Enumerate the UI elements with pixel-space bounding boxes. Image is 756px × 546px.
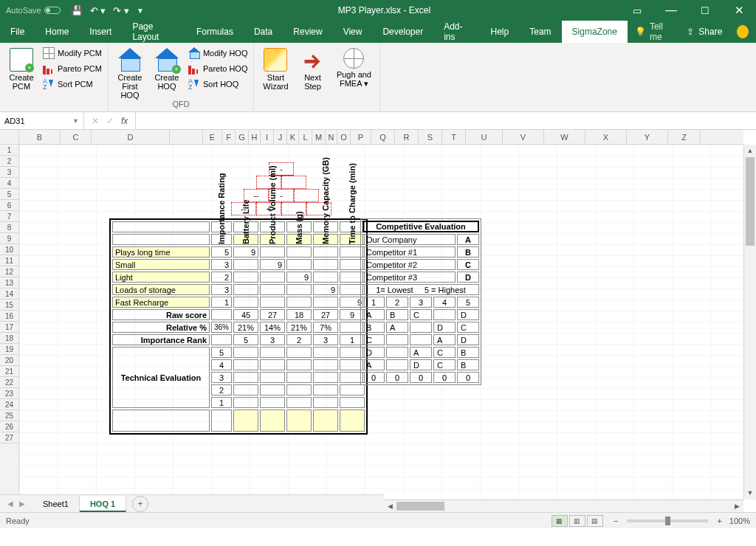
column-header[interactable]: U	[466, 130, 503, 144]
zoom-out-icon[interactable]: −	[611, 516, 621, 525]
tab-help[interactable]: Help	[481, 21, 520, 43]
row-header[interactable]: 11	[0, 255, 18, 266]
column-header[interactable]: W	[544, 130, 585, 144]
pareto-pcm-button[interactable]: Pareto PCM	[41, 61, 103, 76]
page-layout-view-icon[interactable]: ▥	[569, 515, 585, 527]
row-header[interactable]: 27	[0, 432, 18, 443]
enter-formula-icon[interactable]: ✓	[106, 116, 114, 126]
minimize-icon[interactable]: —	[654, 0, 688, 21]
column-header[interactable]: P	[351, 130, 371, 144]
redo-icon[interactable]: ↷ ▾	[113, 5, 129, 16]
spreadsheet-grid[interactable]: BCDEFGHIJKLMNOPQRSTUVWXYZ 12345678910111…	[0, 130, 756, 512]
scroll-left-icon[interactable]: ◀	[384, 500, 396, 512]
formula-input[interactable]	[136, 112, 756, 129]
tab-file[interactable]: File	[0, 21, 35, 43]
column-header[interactable]: M	[312, 130, 326, 144]
row-header[interactable]: 13	[0, 277, 18, 288]
modify-hoq-button[interactable]: Modify HOQ	[187, 46, 250, 61]
column-header[interactable]: L	[299, 130, 312, 144]
fx-icon[interactable]: fx	[121, 116, 128, 126]
sheet-tab-hoq1[interactable]: HOQ 1	[80, 496, 126, 512]
scroll-down-icon[interactable]: ▼	[744, 487, 756, 500]
sheet-nav[interactable]: ◀▶	[0, 500, 32, 508]
create-hoq-button[interactable]: + Create HOQ	[150, 46, 184, 100]
maximize-icon[interactable]: ☐	[688, 0, 722, 21]
page-break-view-icon[interactable]: ▤	[587, 515, 603, 527]
horizontal-scrollbar[interactable]: ◀ ▶	[384, 500, 743, 512]
share-button[interactable]: ⇪ Share	[679, 21, 729, 43]
column-header[interactable]: O	[337, 130, 351, 144]
row-header[interactable]: 17	[0, 322, 18, 333]
row-header[interactable]: 16	[0, 311, 18, 322]
column-header[interactable]: C	[61, 130, 92, 144]
row-header[interactable]: 25	[0, 410, 18, 421]
feedback-icon[interactable]	[737, 25, 749, 38]
row-header[interactable]: 21	[0, 366, 18, 377]
row-header[interactable]: 7	[0, 211, 18, 222]
row-header[interactable]: 15	[0, 300, 18, 311]
tab-insert[interactable]: Insert	[79, 21, 122, 43]
row-header[interactable]: 5	[0, 189, 18, 200]
modify-pcm-button[interactable]: Modify PCM	[41, 46, 103, 61]
ribbon-display-icon[interactable]: ▭	[620, 0, 654, 21]
row-header[interactable]: 24	[0, 399, 18, 410]
row-header[interactable]: 4	[0, 178, 18, 189]
name-box-dropdown-icon[interactable]: ▼	[72, 117, 79, 125]
column-header[interactable]: B	[19, 130, 61, 144]
zoom-knob[interactable]	[665, 516, 670, 525]
create-pcm-button[interactable]: Create PCM	[4, 46, 38, 100]
column-header[interactable]: Y	[627, 130, 668, 144]
column-header[interactable]: F	[222, 130, 236, 144]
normal-view-icon[interactable]: ▦	[551, 515, 568, 527]
vertical-scrollbar[interactable]: ▲ ▼	[743, 145, 756, 500]
scroll-thumb[interactable]	[746, 157, 755, 246]
new-sheet-button[interactable]: +	[132, 496, 148, 512]
next-step-button[interactable]: Next Step	[295, 46, 329, 100]
sheet-tab-sheet1[interactable]: Sheet1	[32, 496, 80, 512]
start-wizard-button[interactable]: Start Wizard	[258, 46, 292, 100]
cell-area[interactable]: - -- - -- + Importance Rati	[19, 145, 743, 500]
column-header[interactable]: J	[274, 130, 287, 144]
tab-page-layout[interactable]: Page Layout	[122, 21, 186, 43]
pareto-hoq-button[interactable]: Pareto HOQ	[187, 61, 250, 76]
column-header[interactable]	[170, 130, 203, 144]
sort-hoq-button[interactable]: Sort HOQ	[187, 77, 250, 91]
tab-team[interactable]: Team	[519, 21, 561, 43]
row-header[interactable]: 22	[0, 377, 18, 388]
tab-addins[interactable]: Add-ins	[433, 21, 480, 43]
tab-developer[interactable]: Developer	[372, 21, 433, 43]
row-header[interactable]: 26	[0, 421, 18, 432]
tab-data[interactable]: Data	[244, 21, 283, 43]
column-header[interactable]: V	[503, 130, 544, 144]
row-header[interactable]: 10	[0, 244, 18, 255]
column-header[interactable]: K	[287, 130, 299, 144]
row-header[interactable]: 6	[0, 200, 18, 211]
scroll-right-icon[interactable]: ▶	[731, 500, 743, 512]
row-header[interactable]: 19	[0, 344, 18, 355]
tab-review[interactable]: Review	[283, 21, 332, 43]
row-header[interactable]: 14	[0, 288, 18, 300]
column-header[interactable]: S	[419, 130, 442, 144]
tab-view[interactable]: View	[333, 21, 373, 43]
zoom-in-icon[interactable]: +	[714, 516, 724, 525]
zoom-level[interactable]: 100%	[725, 516, 750, 525]
column-header[interactable]: I	[261, 130, 274, 144]
sort-pcm-button[interactable]: Sort PCM	[41, 77, 103, 91]
row-header[interactable]: 12	[0, 266, 18, 277]
column-header[interactable]: D	[92, 130, 170, 144]
scroll-thumb-h[interactable]	[396, 502, 444, 511]
autosave-toggle[interactable]: AutoSave	[0, 6, 66, 15]
row-header[interactable]: 20	[0, 355, 18, 366]
tell-me-search[interactable]: 💡 Tell me	[628, 21, 679, 43]
cancel-formula-icon[interactable]: ✕	[92, 116, 99, 126]
close-icon[interactable]: ✕	[722, 0, 756, 21]
tab-formulas[interactable]: Formulas	[186, 21, 244, 43]
row-header[interactable]: 23	[0, 388, 18, 399]
select-all-corner[interactable]	[0, 130, 19, 144]
create-first-hoq-button[interactable]: Create First HOQ	[113, 46, 147, 100]
column-header[interactable]: E	[203, 130, 222, 144]
row-header[interactable]: 8	[0, 222, 18, 233]
scroll-up-icon[interactable]: ▲	[744, 145, 756, 157]
row-header[interactable]: 9	[0, 233, 18, 244]
column-header[interactable]: T	[442, 130, 466, 144]
